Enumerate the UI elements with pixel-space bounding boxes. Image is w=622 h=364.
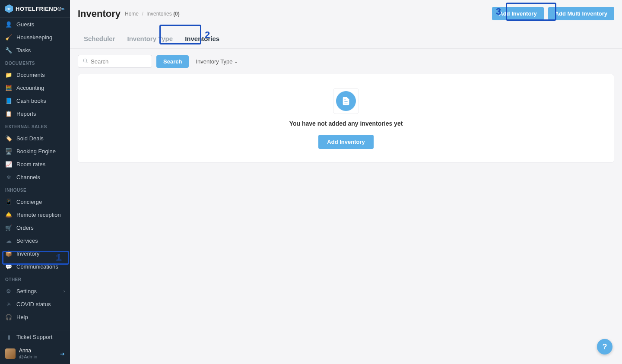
svg-line-1 (86, 62, 87, 63)
filter-label: Inventory Type (196, 58, 232, 65)
accounting-icon: 🧮 (5, 84, 12, 91)
ticket-icon: ▮ (5, 333, 12, 340)
empty-state-card: You have not added any inventories yet A… (78, 74, 614, 163)
avatar (5, 348, 16, 359)
search-input[interactable] (91, 58, 147, 65)
search-icon (83, 58, 88, 65)
sidebar-item-covid-status[interactable]: ✳ COVID status (0, 298, 70, 310)
sidebar-header: HOTELFRIEND® « (0, 0, 70, 18)
sidebar-item-label: Cash books (16, 98, 46, 104)
sidebar-item-channels[interactable]: ❄ Channels (0, 171, 70, 184)
book-icon: 📘 (5, 97, 12, 104)
housekeeping-icon: 🧹 (5, 34, 12, 41)
sidebar-item-label: Accounting (16, 85, 44, 91)
tabs: Scheduler Inventory Type Inventories (70, 29, 622, 49)
tab-scheduler[interactable]: Scheduler (78, 29, 121, 48)
inventory-icon: 📦 (5, 250, 12, 257)
breadcrumb-home[interactable]: Home (125, 11, 139, 17)
search-box[interactable] (78, 55, 152, 68)
empty-message: You have not added any inventories yet (289, 120, 403, 127)
section-external-sales: EXTERNAL SALES (0, 120, 70, 132)
sidebar-item-label: Guests (16, 21, 34, 28)
sidebar-item-label: Tasks (16, 47, 31, 54)
sidebar-item-settings[interactable]: ⚙ Settings › (0, 285, 70, 298)
sidebar-item-label: Housekeeping (16, 34, 52, 41)
search-button[interactable]: Search (156, 55, 189, 68)
sidebar-item-accounting[interactable]: 🧮 Accounting (0, 81, 70, 94)
sidebar-item-orders[interactable]: 🛒 Orders (0, 221, 70, 234)
chevron-right-icon: › (63, 289, 65, 294)
document-icon (336, 91, 356, 111)
sidebar-item-label: Ticket Support (16, 334, 52, 340)
sidebar-item-sold-deals[interactable]: 🏷️ Sold Deals (0, 132, 70, 145)
page-header: Inventory Home / Inventories (0) Add Inv… (70, 0, 622, 24)
add-inventory-button[interactable]: Add Inventory (492, 7, 543, 20)
breadcrumb: Home / Inventories (0) (125, 11, 180, 17)
brand-label: HOTELFRIEND® (16, 6, 62, 12)
sidebar-item-remote-reception[interactable]: 🛎️ Remote reception (0, 208, 70, 221)
add-multi-inventory-button[interactable]: Add Multi Inventory (548, 7, 614, 20)
sidebar: HOTELFRIEND® « 👤 Guests 🧹 Housekeeping 🔧… (0, 0, 70, 364)
empty-add-inventory-button[interactable]: Add Inventory (318, 135, 373, 149)
help-fab[interactable]: ? (597, 339, 612, 355)
monitor-icon: 🖥️ (5, 148, 12, 155)
chat-icon: 💬 (5, 263, 12, 270)
collapse-icon[interactable]: « (62, 6, 65, 12)
breadcrumb-sep: / (142, 11, 143, 17)
chart-icon: 📈 (5, 161, 12, 168)
sidebar-bottom: ▮ Ticket Support Anna @Admin ➜ (0, 330, 70, 364)
user-block[interactable]: Anna @Admin ➜ (0, 343, 70, 364)
sidebar-item-room-rates[interactable]: 📈 Room rates (0, 158, 70, 171)
sidebar-item-communications[interactable]: 💬 Communications (0, 260, 70, 273)
section-documents: DOCUMENTS (0, 57, 70, 68)
wrench-icon: 🔧 (5, 47, 12, 54)
channels-icon: ❄ (5, 174, 12, 180)
logo-icon (5, 4, 13, 13)
breadcrumb-count: (0) (173, 11, 180, 17)
sidebar-item-booking-engine[interactable]: 🖥️ Booking Engine (0, 145, 70, 158)
sidebar-item-ticket-support[interactable]: ▮ Ticket Support (0, 330, 70, 343)
sidebar-item-tasks[interactable]: 🔧 Tasks (0, 44, 70, 57)
toolbar: Search Inventory Type ⌄ (70, 49, 622, 74)
app-root: HOTELFRIEND® « 👤 Guests 🧹 Housekeeping 🔧… (0, 0, 622, 364)
tab-inventory-type[interactable]: Inventory Type (121, 29, 179, 48)
section-inhouse: INHOUSE (0, 184, 70, 195)
user-text: Anna @Admin (19, 348, 37, 360)
sidebar-item-label: Orders (16, 225, 34, 231)
sidebar-item-documents[interactable]: 📁 Documents (0, 68, 70, 81)
user-name: Anna (19, 348, 37, 354)
sidebar-item-label: Reports (16, 111, 36, 117)
page-title: Inventory (78, 8, 121, 19)
gear-icon: ⚙ (5, 288, 12, 294)
cloud-icon: ☁ (5, 237, 12, 244)
sidebar-item-label: Booking Engine (16, 148, 56, 155)
sidebar-item-reports[interactable]: 📋 Reports (0, 107, 70, 120)
sidebar-item-label: Channels (16, 174, 40, 180)
sidebar-item-label: Help (16, 314, 28, 320)
sidebar-item-label: Remote reception (16, 212, 61, 218)
sidebar-item-cash-books[interactable]: 📘 Cash books (0, 94, 70, 107)
tab-inventories[interactable]: Inventories (179, 29, 225, 48)
empty-icon-box (333, 88, 359, 114)
headset-icon: 🎧 (5, 313, 12, 320)
sidebar-item-services[interactable]: ☁ Services (0, 234, 70, 247)
svg-point-0 (83, 59, 87, 62)
clipboard-icon: 📋 (5, 110, 12, 117)
logout-icon[interactable]: ➜ (60, 351, 65, 357)
folder-icon: 📁 (5, 71, 12, 78)
sidebar-item-help[interactable]: 🎧 Help (0, 310, 70, 323)
sidebar-item-guests[interactable]: 👤 Guests (0, 18, 70, 31)
tag-icon: 🏷️ (5, 135, 12, 142)
main-content: Inventory Home / Inventories (0) Add Inv… (70, 0, 622, 364)
sidebar-item-label: Services (16, 237, 38, 244)
sidebar-item-label: Sold Deals (16, 135, 44, 142)
breadcrumb-inventories[interactable]: Inventories (146, 11, 172, 17)
sidebar-item-label: COVID status (16, 301, 51, 307)
sidebar-item-inventory[interactable]: 📦 Inventory (0, 247, 70, 260)
user-role: @Admin (19, 354, 37, 360)
section-other: OTHER (0, 273, 70, 285)
phone-icon: 📱 (5, 198, 12, 205)
inventory-type-filter[interactable]: Inventory Type ⌄ (193, 55, 240, 68)
sidebar-item-housekeeping[interactable]: 🧹 Housekeeping (0, 31, 70, 44)
sidebar-item-concierge[interactable]: 📱 Concierge (0, 195, 70, 208)
